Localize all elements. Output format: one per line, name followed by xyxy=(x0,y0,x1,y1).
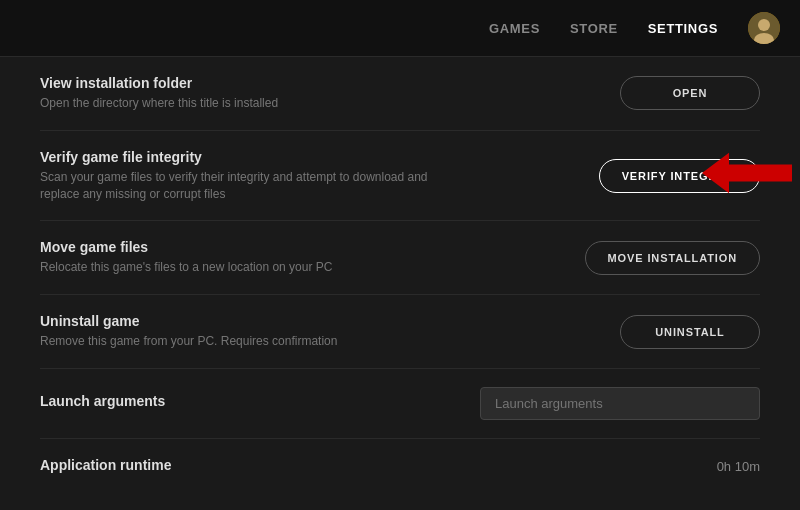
settings-content: View installation folder Open the direct… xyxy=(0,57,800,495)
setting-info-uninstall: Uninstall game Remove this game from you… xyxy=(40,313,620,350)
svg-point-1 xyxy=(758,19,770,31)
setting-row-verify-integrity: Verify game file integrity Scan your gam… xyxy=(40,131,760,222)
open-button[interactable]: OPEN xyxy=(620,76,760,110)
launch-args-input[interactable] xyxy=(480,387,760,420)
setting-title-uninstall: Uninstall game xyxy=(40,313,600,329)
setting-info-move-files: Move game files Relocate this game's fil… xyxy=(40,239,585,276)
setting-title-launch-args: Launch arguments xyxy=(40,393,460,409)
uninstall-button[interactable]: UNINSTALL xyxy=(620,315,760,349)
setting-title-installation-folder: View installation folder xyxy=(40,75,600,91)
setting-desc-verify-integrity: Scan your game files to verify their int… xyxy=(40,169,460,203)
setting-info-verify-integrity: Verify game file integrity Scan your gam… xyxy=(40,149,599,203)
nav-settings[interactable]: SETTINGS xyxy=(648,21,718,36)
setting-row-move-files: Move game files Relocate this game's fil… xyxy=(40,221,760,295)
verify-integrity-button[interactable]: VERIFY INTEGRITY xyxy=(599,159,760,193)
setting-info-installation-folder: View installation folder Open the direct… xyxy=(40,75,620,112)
setting-row-uninstall: Uninstall game Remove this game from you… xyxy=(40,295,760,369)
top-nav: GAMES STORE SETTINGS xyxy=(0,0,800,57)
setting-info-launch-args: Launch arguments xyxy=(40,393,480,413)
setting-row-launch-args: Launch arguments xyxy=(40,369,760,439)
setting-row-installation-folder: View installation folder Open the direct… xyxy=(40,57,760,131)
setting-title-verify-integrity: Verify game file integrity xyxy=(40,149,579,165)
nav-store[interactable]: STORE xyxy=(570,21,618,36)
avatar[interactable] xyxy=(748,12,780,44)
setting-desc-move-files: Relocate this game's files to a new loca… xyxy=(40,259,460,276)
setting-row-app-runtime: Application runtime 0h 10m xyxy=(40,439,760,495)
nav-games[interactable]: GAMES xyxy=(489,21,540,36)
setting-desc-uninstall: Remove this game from your PC. Requires … xyxy=(40,333,460,350)
setting-title-move-files: Move game files xyxy=(40,239,565,255)
setting-info-app-runtime: Application runtime xyxy=(40,457,717,477)
runtime-value: 0h 10m xyxy=(717,459,760,474)
setting-desc-installation-folder: Open the directory where this title is i… xyxy=(40,95,460,112)
setting-title-app-runtime: Application runtime xyxy=(40,457,697,473)
move-installation-button[interactable]: MOVE INSTALLATION xyxy=(585,241,760,275)
